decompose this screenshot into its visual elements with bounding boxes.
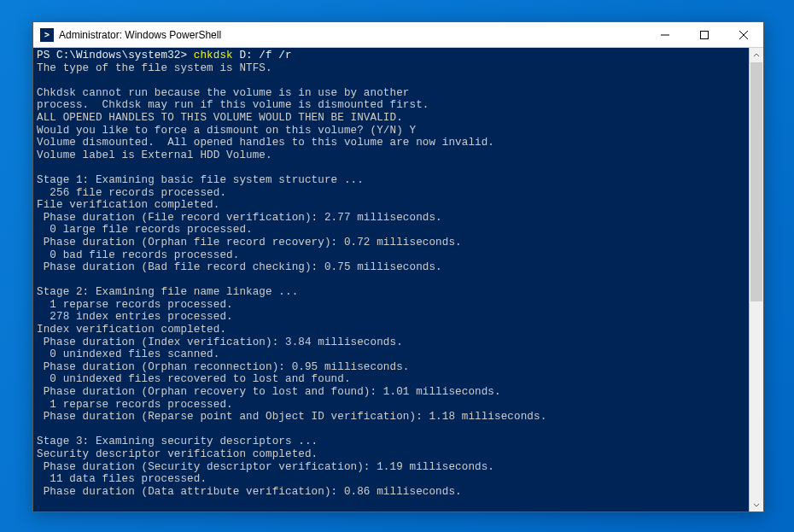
vertical-scrollbar[interactable] [749, 48, 763, 512]
scroll-up-button[interactable] [750, 48, 763, 62]
maximize-icon [700, 31, 709, 39]
terminal-area: PS C:\Windows\system32> chkdsk D: /f /r … [33, 48, 763, 512]
scroll-down-button[interactable] [750, 497, 763, 512]
minimize-icon [661, 31, 669, 39]
powershell-icon [40, 28, 54, 42]
chevron-up-icon [753, 52, 760, 59]
powershell-window: Administrator: Windows PowerShell PS C:\… [32, 21, 764, 512]
maximize-button[interactable] [685, 22, 724, 47]
svg-rect-1 [701, 31, 709, 38]
close-button[interactable] [724, 22, 763, 47]
scroll-track[interactable] [750, 62, 763, 497]
scroll-thumb[interactable] [750, 62, 762, 301]
titlebar[interactable]: Administrator: Windows PowerShell [33, 22, 763, 48]
window-controls [645, 22, 763, 47]
terminal-output[interactable]: PS C:\Windows\system32> chkdsk D: /f /r … [33, 48, 749, 512]
chevron-down-icon [753, 501, 760, 508]
minimize-button[interactable] [645, 22, 685, 47]
window-title: Administrator: Windows PowerShell [59, 29, 645, 41]
close-icon [739, 31, 748, 39]
